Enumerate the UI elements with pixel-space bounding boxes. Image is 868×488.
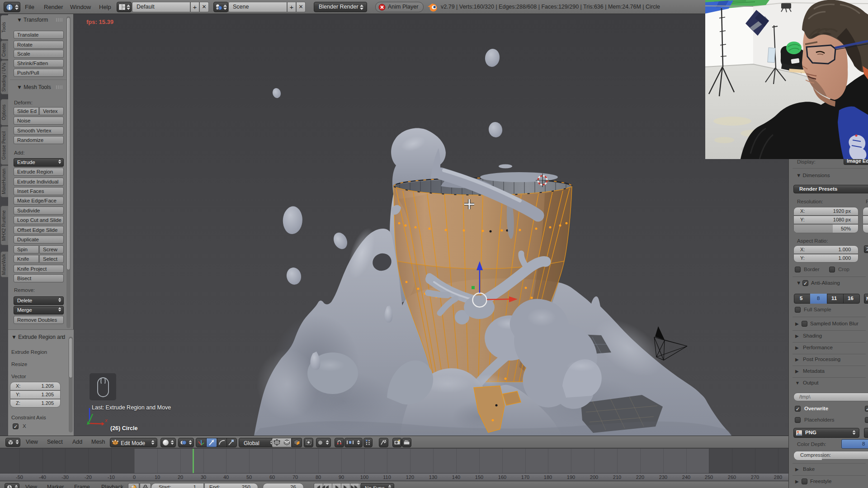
svg-text:x: x bbox=[104, 418, 108, 423]
